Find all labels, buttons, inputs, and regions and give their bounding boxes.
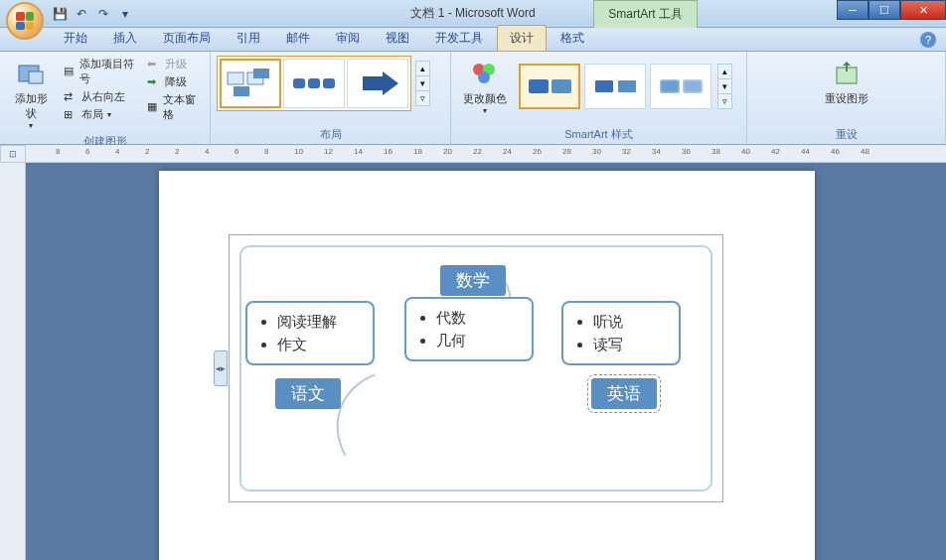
text-pane-button[interactable]: ▦文本窗格	[143, 91, 204, 123]
demote-button[interactable]: ➡降级	[143, 73, 204, 90]
smartart-node-3[interactable]: 听说 读写 英语	[561, 301, 681, 365]
vertical-ruler[interactable]	[0, 163, 26, 560]
svg-rect-7	[308, 78, 320, 88]
change-colors-button[interactable]: 更改颜色 ▾	[457, 56, 513, 117]
layout-thumb-1[interactable]	[220, 59, 281, 108]
promote-button[interactable]: ⬅升级	[143, 56, 204, 72]
window-controls: ─ ☐ ✕	[837, 0, 946, 20]
qat-dropdown-icon[interactable]: ▾	[117, 6, 133, 22]
ribbon-group-layouts: ▴ ▾ ▿ 布局	[211, 52, 451, 144]
quick-access-toolbar: 💾 ↶ ↷ ▾	[52, 6, 133, 22]
tab-design[interactable]: 设计	[497, 25, 547, 51]
minimize-button[interactable]: ─	[837, 0, 868, 20]
layout-button[interactable]: ⊞布局▾	[60, 106, 139, 123]
reset-graphic-label: 重设图形	[825, 91, 868, 106]
group-label-layouts: 布局	[217, 125, 444, 142]
gallery-down-icon[interactable]: ▾	[416, 76, 429, 91]
node3-item2: 读写	[593, 334, 667, 356]
svg-rect-6	[293, 78, 305, 88]
node1-label[interactable]: 语文	[275, 378, 341, 409]
smartart-node-2[interactable]: 数学 代数 几何	[404, 279, 534, 361]
tab-mailings[interactable]: 邮件	[274, 26, 322, 51]
ribbon-group-reset: 重设图形 重设	[747, 52, 946, 144]
change-colors-label: 更改颜色	[463, 91, 507, 106]
node2-item1: 代数	[436, 307, 520, 330]
document-title: 文档 1 - Microsoft Word	[410, 5, 535, 22]
gallery-up-icon[interactable]: ▴	[416, 62, 429, 76]
style-gallery[interactable]	[517, 62, 713, 111]
svg-rect-4	[234, 86, 249, 96]
smartart-node-1[interactable]: 阅读理解 作文 语文	[245, 301, 375, 365]
svg-rect-2	[228, 72, 243, 84]
group-label-reset: 重设	[753, 125, 939, 142]
save-icon[interactable]: 💾	[52, 6, 68, 22]
group-label-styles: SmartArt 样式	[457, 125, 740, 142]
redo-icon[interactable]: ↷	[95, 6, 111, 22]
style-thumb-1[interactable]	[519, 64, 580, 109]
title-bar: 💾 ↶ ↷ ▾ 文档 1 - Microsoft Word SmartArt 工…	[0, 0, 946, 28]
horizontal-ruler[interactable]: 8642246810121416182022242628303234363840…	[26, 145, 946, 163]
text-pane-toggle[interactable]: ◂▸	[214, 350, 228, 386]
style-up-icon[interactable]: ▴	[718, 65, 731, 79]
node2-label[interactable]: 数学	[440, 265, 506, 296]
gallery-more-icon[interactable]: ▿	[416, 91, 429, 105]
tab-page-layout[interactable]: 页面布局	[151, 26, 223, 51]
ruler-corner[interactable]: ⊡	[0, 145, 26, 163]
ribbon-tabs: 开始 插入 页面布局 引用 邮件 审阅 视图 开发工具 设计 格式 ?	[0, 28, 946, 52]
tab-home[interactable]: 开始	[52, 26, 99, 51]
node2-item2: 几何	[436, 330, 520, 352]
node3-label[interactable]: 英语	[591, 378, 657, 409]
page: ◂▸ 阅读理解 作文 语文	[159, 171, 815, 560]
layout-gallery[interactable]	[217, 56, 411, 111]
tab-developer[interactable]: 开发工具	[423, 26, 495, 51]
node1-item1: 阅读理解	[277, 311, 361, 334]
reset-graphic-button[interactable]: 重设图形	[753, 56, 939, 108]
smartart-container[interactable]: ◂▸ 阅读理解 作文 语文	[229, 234, 723, 502]
smartart-canvas: 阅读理解 作文 语文 数学 代数 几何	[245, 251, 707, 486]
ribbon: 添加形状 ▾ ▤添加项目符号 ⇄从右向左 ⊞布局▾ ⬅升级 ➡降级 ▦文本窗格 …	[0, 52, 946, 145]
tab-review[interactable]: 审阅	[324, 26, 372, 51]
ribbon-group-create: 添加形状 ▾ ▤添加项目符号 ⇄从右向左 ⊞布局▾ ⬅升级 ➡降级 ▦文本窗格 …	[0, 52, 211, 144]
rtl-button[interactable]: ⇄从右向左	[60, 88, 139, 105]
add-bullet-button[interactable]: ▤添加项目符号	[60, 56, 139, 87]
undo-icon[interactable]: ↶	[74, 6, 89, 22]
node1-item2: 作文	[277, 334, 361, 356]
svg-rect-5	[253, 69, 269, 78]
tab-insert[interactable]: 插入	[101, 26, 149, 51]
contextual-tab-label: SmartArt 工具	[593, 0, 698, 28]
style-down-icon[interactable]: ▾	[718, 79, 731, 94]
svg-rect-8	[323, 78, 335, 88]
help-icon[interactable]: ?	[920, 32, 936, 48]
add-shape-button[interactable]: 添加形状 ▾	[6, 56, 56, 132]
svg-rect-1	[29, 71, 43, 83]
layout-thumb-3[interactable]	[347, 59, 408, 108]
office-button[interactable]	[6, 2, 44, 40]
layout-thumb-2[interactable]	[283, 59, 345, 108]
ribbon-group-styles: 更改颜色 ▾ ▴ ▾ ▿ SmartArt 样式	[451, 52, 747, 144]
add-shape-label: 添加形状	[12, 91, 50, 121]
maximize-button[interactable]: ☐	[868, 0, 900, 20]
style-more-icon[interactable]: ▿	[718, 94, 731, 108]
tab-view[interactable]: 视图	[374, 26, 421, 51]
document-area: ◂▸ 阅读理解 作文 语文	[0, 163, 946, 560]
tab-format[interactable]: 格式	[549, 26, 596, 51]
svg-point-12	[478, 71, 490, 83]
close-button[interactable]: ✕	[900, 0, 946, 20]
style-thumb-3[interactable]	[650, 64, 711, 109]
node3-item1: 听说	[593, 311, 667, 334]
svg-marker-9	[363, 71, 398, 95]
tab-references[interactable]: 引用	[225, 26, 272, 51]
style-thumb-2[interactable]	[584, 64, 646, 109]
